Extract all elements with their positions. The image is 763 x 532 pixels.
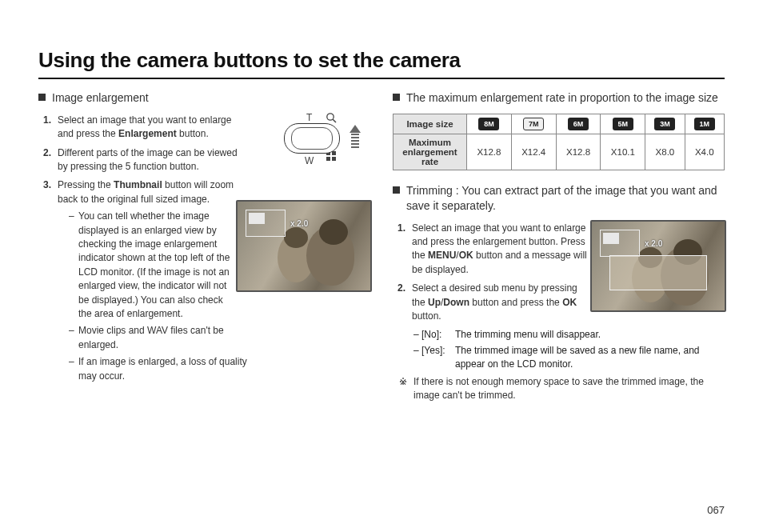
svg-point-0 xyxy=(327,114,334,120)
enlargement-indicator-icon xyxy=(600,230,640,257)
trimming-options: – [No]:The trimming menu will disappear.… xyxy=(393,328,725,371)
list-item: Movie clips and WAV files can't be enlar… xyxy=(69,324,248,352)
imgsize-chip: 3M xyxy=(654,118,675,130)
table-cell: 5M xyxy=(601,114,645,134)
footnote: ※ If there is not enough memory space to… xyxy=(393,375,725,403)
page-title: Using the camera buttons to set the came… xyxy=(38,48,725,79)
table-cell: 7M xyxy=(511,114,556,134)
enlargement-rate-table: Image size 8M 7M 6M 5M 3M 1M Maximum enl… xyxy=(393,114,725,170)
page-number: 067 xyxy=(707,504,725,516)
list-item: 3. Pressing the Thumbnail button will zo… xyxy=(58,178,248,382)
imgsize-chip: 7M xyxy=(523,118,544,130)
table-cell: X10.1 xyxy=(601,134,645,170)
table-cell: 3M xyxy=(645,114,685,134)
section-header: Image enlargement xyxy=(52,90,149,106)
zoom-level-label: x 2.0 xyxy=(290,219,308,228)
arrow-up-icon xyxy=(350,125,361,152)
imgsize-chip: 8M xyxy=(478,118,499,130)
table-cell: X12.8 xyxy=(556,134,601,170)
right-column: The maximum enlargement rate in proporti… xyxy=(393,90,725,402)
zoom-w-label: W xyxy=(305,155,314,166)
table-cell: 6M xyxy=(556,114,601,134)
zoom-t-label: T xyxy=(306,112,312,123)
bullet-icon xyxy=(393,186,400,194)
enlargement-indicator-icon xyxy=(246,210,286,237)
list-item: – [No]:The trimming menu will disappear. xyxy=(413,328,725,342)
sub-notes: You can tell whether the image displayed… xyxy=(58,210,248,383)
list-item: – [Yes]:The trimmed image will be saved … xyxy=(413,344,725,372)
imgsize-chip: 1M xyxy=(694,118,715,130)
table-cell: 1M xyxy=(685,114,724,134)
list-item: 2. Select a desired sub menu by pressing… xyxy=(412,282,588,323)
list-item: You can tell whether the image displayed… xyxy=(69,210,234,321)
table-cell: X4.0 xyxy=(685,134,724,170)
imgsize-chip: 5M xyxy=(613,118,633,130)
left-column: Image enlargement T W x 2.0 xyxy=(38,90,370,402)
svg-rect-5 xyxy=(332,157,336,161)
table-cell: X12.8 xyxy=(467,134,512,170)
zoom-level-label: x 2.0 xyxy=(645,239,662,248)
crop-overlay-icon xyxy=(609,255,707,290)
svg-rect-4 xyxy=(326,157,330,161)
table-cell: X8.0 xyxy=(645,134,685,170)
section-header: Trimming : You can extract part of the i… xyxy=(406,183,725,214)
bullet-icon xyxy=(393,94,400,101)
table-row: Image size 8M 7M 6M 5M 3M 1M xyxy=(393,114,725,134)
section-image-enlargement: Image enlargement xyxy=(38,90,370,106)
zoom-button-diagram: T W xyxy=(281,112,361,166)
list-item: 1. Select an image that you want to enla… xyxy=(58,114,248,142)
section-max-enlargement: The maximum enlargement rate in proporti… xyxy=(393,90,725,106)
list-item: 1. Select an image that you want to enla… xyxy=(412,222,588,278)
lcd-preview-trimming: x 2.0 xyxy=(590,220,726,312)
section-header: The maximum enlargement rate in proporti… xyxy=(406,90,718,106)
list-item: 2. Different parts of the image can be v… xyxy=(58,146,248,174)
table-header: Image size xyxy=(393,114,467,134)
reference-mark-icon: ※ xyxy=(399,375,407,403)
zoom-rocker-icon xyxy=(284,123,340,154)
list-item: If an image is enlarged, a loss of quali… xyxy=(69,355,248,383)
table-row: Maximum enlargement rate X12.8 X12.4 X12… xyxy=(393,134,725,170)
bullet-icon xyxy=(38,94,46,101)
table-cell: 8M xyxy=(467,114,512,134)
lcd-preview-enlarge: x 2.0 xyxy=(236,200,372,292)
imgsize-chip: 6M xyxy=(568,118,589,130)
table-cell: X12.4 xyxy=(511,134,556,170)
section-trimming: Trimming : You can extract part of the i… xyxy=(393,183,725,214)
svg-line-1 xyxy=(333,119,336,122)
table-header: Maximum enlargement rate xyxy=(393,134,467,170)
